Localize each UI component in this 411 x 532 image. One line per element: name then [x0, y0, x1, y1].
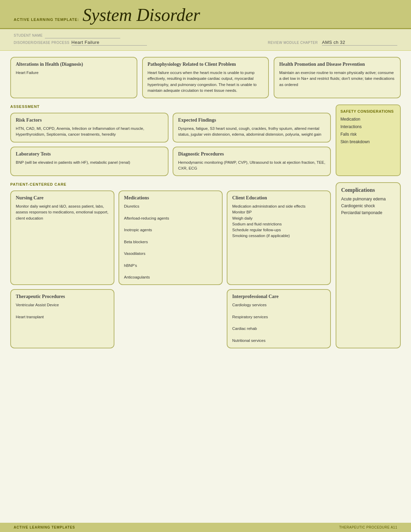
alterations-text: Heart Failure [16, 70, 132, 76]
safety-item-3: Skin breakdown [340, 139, 396, 144]
patient-care-main: PATIENT-CENTERED CARE Nursing Care Monit… [10, 182, 331, 348]
complication-1: Cardiogenic shock [341, 203, 395, 208]
risk-factors-card: Risk Factors HTN, CAD, MI, COPD, Anemia,… [10, 113, 169, 143]
safety-sidebar: SAFETY CONSIDERATIONS Medication Interac… [336, 104, 401, 176]
top-boxes: Alterations in Health (Diagnosis) Heart … [10, 57, 401, 98]
footer-left: ACTIVE LEARNING TEMPLATES [14, 525, 75, 529]
pathophysiology-card: Pathophysiology Related to Client Proble… [142, 57, 269, 98]
header-label: ACTIVE LEARNING TEMPLATE: [14, 17, 79, 22]
alterations-card: Alterations in Health (Diagnosis) Heart … [10, 57, 137, 98]
medications-card: Medications Diuretics Afterload-reducing… [119, 190, 223, 285]
assessment-area: ASSESSMENT Risk Factors HTN, CAD, MI, CO… [10, 104, 401, 176]
nursing-care-title: Nursing Care [16, 195, 109, 201]
therapeutic-text: Ventricular Assist Device Heart transpla… [16, 302, 109, 320]
expected-findings-title: Expected Findings [178, 117, 325, 123]
student-name-value [45, 33, 120, 38]
medications-text: Diuretics Afterload-reducing agents Inot… [124, 203, 217, 280]
patient-care-header: PATIENT-CENTERED CARE [10, 182, 331, 187]
interprofessional-card: Interprofessional Care Cardiology servic… [227, 289, 331, 348]
safety-item-0: Medication [340, 117, 396, 122]
student-name-label: STUDENT NAME [14, 34, 43, 37]
nursing-care-text: Monitor daily weight and I&O, assess pat… [16, 203, 109, 221]
complications-card: Complications Acute pulmonary edema Card… [336, 182, 401, 348]
disorder-value: Heart Failure [72, 40, 147, 46]
client-education-card: Client Education Medication administrati… [227, 190, 331, 285]
footer-right: THERAPEUTIC PROCEDURE A11 [339, 525, 397, 529]
therapeutic-card: Therapeutic Procedures Ventricular Assis… [10, 289, 114, 348]
medications-title: Medications [124, 195, 217, 201]
assessment-header: ASSESSMENT [10, 104, 331, 109]
pathophysiology-title: Pathophysiology Related to Client Proble… [148, 62, 264, 67]
diagnostic-card: Diagnostic Procedures Hemodynamic monito… [173, 147, 331, 176]
safety-box: SAFETY CONSIDERATIONS Medication Interac… [336, 104, 401, 176]
assessment-main: ASSESSMENT Risk Factors HTN, CAD, MI, CO… [10, 104, 331, 176]
health-promotion-card: Health Promotion and Disease Prevention … [274, 57, 401, 98]
alterations-title: Alterations in Health (Diagnosis) [16, 62, 132, 67]
footer: ACTIVE LEARNING TEMPLATES THERAPEUTIC PR… [0, 523, 411, 532]
review-label: REVIEW MODULE CHAPTER [268, 41, 318, 45]
expected-findings-text: Dyspnea, fatigue, S3 heart sound, cough,… [178, 126, 325, 138]
lab-tests-text: BNP (will be elevated in patients with H… [16, 160, 163, 165]
complication-2: Perciardial tamponade [341, 210, 395, 215]
client-education-title: Client Education [232, 195, 325, 201]
diagnostic-title: Diagnostic Procedures [178, 151, 325, 157]
disorder-label: DISORDER/DISEASE PROCESS [14, 41, 70, 45]
safety-item-1: Interactions [340, 124, 396, 129]
therapeutic-title: Therapeutic Procedures [16, 294, 109, 299]
complications-box: Complications Acute pulmonary edema Card… [336, 182, 401, 348]
expected-findings-card: Expected Findings Dyspnea, fatigue, S3 h… [173, 113, 331, 143]
patient-care-grid: Nursing Care Monitor daily weight and I&… [10, 190, 331, 285]
student-name-row: STUDENT NAME [14, 33, 397, 38]
page: ACTIVE LEARNING TEMPLATE: System Disorde… [0, 0, 411, 532]
review-value: AMS ch 32 [322, 40, 397, 46]
health-promotion-text: Maintain an exercise routine to remain p… [279, 70, 395, 88]
disorder-row: DISORDER/DISEASE PROCESS Heart Failure R… [14, 40, 397, 46]
safety-item-2: Falls risk [340, 132, 396, 137]
interprofessional-text: Cardiology services Respiratory services… [232, 302, 325, 344]
complications-title: Complications [341, 187, 395, 193]
lab-tests-title: Laboratory Tests [16, 151, 163, 157]
lab-tests-card: Laboratory Tests BNP (will be elevated i… [10, 147, 169, 176]
review-module: REVIEW MODULE CHAPTER AMS ch 32 [268, 40, 397, 46]
health-promotion-title: Health Promotion and Disease Prevention [279, 62, 395, 67]
complication-0: Acute pulmonary edema [341, 197, 395, 201]
nursing-care-card: Nursing Care Monitor daily weight and I&… [10, 190, 114, 285]
patient-care-bottom: Therapeutic Procedures Ventricular Assis… [10, 289, 331, 348]
client-education-text: Medication administration and side effec… [232, 203, 325, 239]
header: ACTIVE LEARNING TEMPLATE: System Disorde… [0, 0, 411, 29]
patient-care-area: PATIENT-CENTERED CARE Nursing Care Monit… [10, 182, 401, 348]
main-content: Alterations in Health (Diagnosis) Heart … [0, 51, 411, 358]
risk-factors-title: Risk Factors [16, 117, 163, 123]
diagnostic-text: Hemodynamic monitoring (PAWP, CVP), Ultr… [178, 160, 325, 172]
interprofessional-title: Interprofessional Care [232, 294, 325, 299]
safety-title: SAFETY CONSIDERATIONS [340, 109, 396, 113]
header-title: System Disorder [83, 6, 200, 24]
pathophysiology-text: Heart failure occurs when the heart musc… [148, 70, 264, 94]
info-bar: STUDENT NAME DISORDER/DISEASE PROCESS He… [0, 29, 411, 51]
empty-card [119, 289, 223, 348]
assessment-grid: Risk Factors HTN, CAD, MI, COPD, Anemia,… [10, 113, 331, 176]
risk-factors-text: HTN, CAD, MI, COPD, Anemia, Infection or… [16, 126, 163, 138]
